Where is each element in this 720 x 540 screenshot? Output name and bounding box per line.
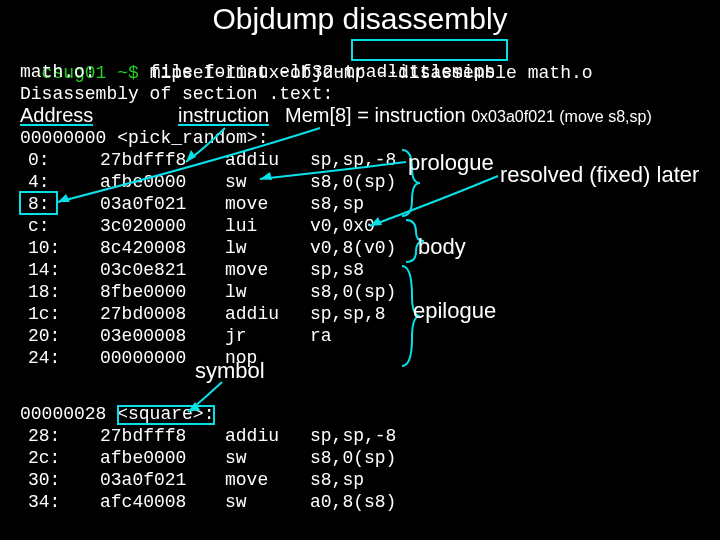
address-header: Address — [20, 106, 93, 126]
operand-cell: s8,0(sp) — [310, 282, 396, 302]
opcode-cell: addiu — [225, 426, 279, 446]
slide-title: Objdump disassembly — [0, 2, 720, 36]
hex-cell: 8fbe0000 — [100, 282, 186, 302]
hex-cell: 27bdfff8 — [100, 150, 186, 170]
addr-cell: 14: — [28, 260, 60, 280]
hex-cell: 27bdfff8 — [100, 426, 186, 446]
operand-cell: s8,sp — [310, 470, 364, 490]
hex-cell: 03c0e821 — [100, 260, 186, 280]
epilogue-label: epilogue — [413, 298, 496, 324]
operand-cell: sp,sp,-8 — [310, 426, 396, 446]
hex-cell: 03a0f021 — [100, 470, 186, 490]
hex-cell: afbe0000 — [100, 448, 186, 468]
svg-marker-3 — [58, 194, 70, 202]
hex-cell: afc40008 — [100, 492, 186, 512]
addr-cell: 8: — [28, 194, 50, 214]
addr-cell: 4: — [28, 172, 50, 192]
file-info-line: math.o: file format elf32-tradlittlemips — [20, 62, 495, 82]
svg-marker-4 — [260, 172, 272, 180]
operand-cell: s8,0(sp) — [310, 448, 396, 468]
hex-cell: 00000000 — [100, 348, 186, 368]
addr-cell: 1c: — [28, 304, 60, 324]
symbol-pick-random: 00000000 <pick_random>: — [20, 128, 268, 148]
addr-cell: 10: — [28, 238, 60, 258]
body-label: body — [418, 234, 466, 260]
addr-cell: 34: — [28, 492, 60, 512]
opcode-cell: lui — [225, 216, 257, 236]
symbol-label: symbol — [195, 358, 265, 384]
opcode-cell: move — [225, 260, 268, 280]
symbol-square: 00000028 <square>: — [20, 404, 214, 424]
operand-cell: sp,sp,8 — [310, 304, 386, 324]
opcode-cell: sw — [225, 172, 247, 192]
addr-cell: 0: — [28, 150, 50, 170]
operand-cell: ra — [310, 326, 332, 346]
hex-cell: 03a0f021 — [100, 194, 186, 214]
opcode-cell: move — [225, 194, 268, 214]
operand-cell: s8,0(sp) — [310, 172, 396, 192]
operand-cell: sp,s8 — [310, 260, 364, 280]
operand-cell: v0,8(v0) — [310, 238, 396, 258]
hex-cell: afbe0000 — [100, 172, 186, 192]
addr-cell: 24: — [28, 348, 60, 368]
opcode-cell: jr — [225, 326, 247, 346]
section-line: Disassembly of section .text: — [20, 84, 333, 104]
operand-cell: v0,0x0 — [310, 216, 375, 236]
prologue-label: prologue — [408, 150, 494, 176]
opcode-cell: addiu — [225, 304, 279, 324]
opcode-cell: lw — [225, 238, 247, 258]
hex-cell: 3c020000 — [100, 216, 186, 236]
hex-cell: 8c420008 — [100, 238, 186, 258]
opcode-cell: sw — [225, 448, 247, 468]
svg-marker-2 — [186, 150, 196, 162]
operand-cell: a0,8(s8) — [310, 492, 396, 512]
addr-cell: c: — [28, 216, 50, 236]
addr-cell: 28: — [28, 426, 60, 446]
opcode-cell: sw — [225, 492, 247, 512]
opcode-cell: lw — [225, 282, 247, 302]
resolved-label: resolved (fixed) later — [500, 162, 699, 188]
addr-cell: 2c: — [28, 448, 60, 468]
opcode-cell: addiu — [225, 150, 279, 170]
addr-cell: 20: — [28, 326, 60, 346]
addr-cell: 18: — [28, 282, 60, 302]
cmd-arg: math.o — [528, 63, 593, 83]
instruction-header: instruction — [178, 106, 269, 126]
operand-cell: s8,sp — [310, 194, 364, 214]
hex-cell: 27bd0008 — [100, 304, 186, 324]
operand-cell: sp,sp,-8 — [310, 150, 396, 170]
mem-header: Mem[8] = instruction — [285, 104, 466, 126]
opcode-cell: move — [225, 470, 268, 490]
mem-example: 0x03a0f021 (move s8,sp) — [471, 108, 652, 125]
addr-cell: 30: — [28, 470, 60, 490]
hex-cell: 03e00008 — [100, 326, 186, 346]
